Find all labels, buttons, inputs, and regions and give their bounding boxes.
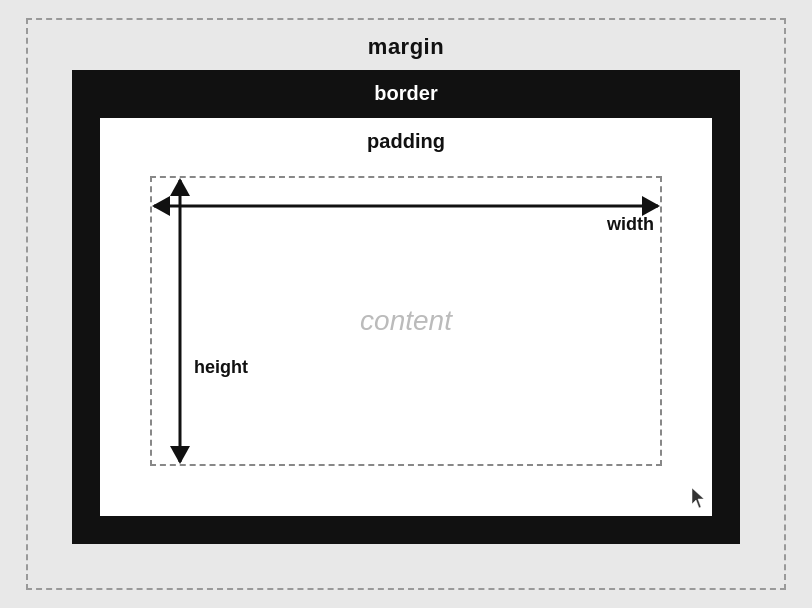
height-arrow-up-head [170,178,190,196]
border-label: border [374,82,437,105]
content-area: content width height [150,176,662,466]
border-area: border padding content width hei [72,70,740,544]
margin-label: margin [368,34,444,60]
width-arrow-line [154,205,658,208]
content-label: content [360,305,452,337]
height-label: height [194,357,248,378]
width-arrow-right-head [642,196,660,216]
padding-label: padding [367,130,445,153]
margin-area: margin border padding content width [26,18,786,590]
height-arrow-down-head [170,446,190,464]
width-label: width [607,214,654,235]
height-arrow-line [179,180,182,462]
padding-area: padding content width height [100,118,712,516]
width-arrow-left-head [152,196,170,216]
